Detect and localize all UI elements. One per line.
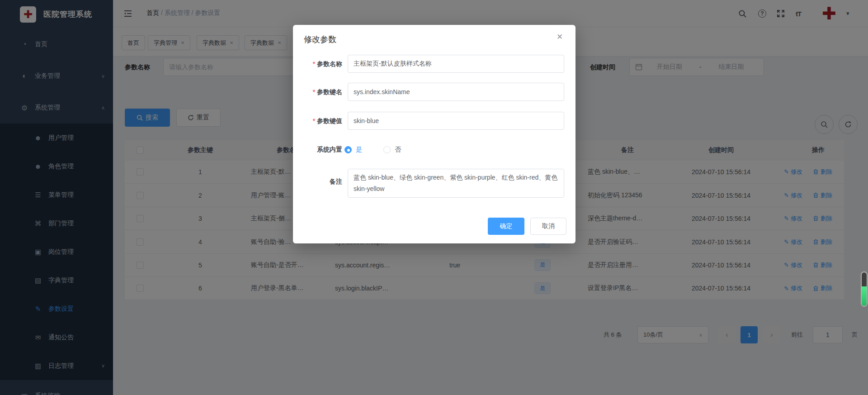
remark-textarea[interactable]: 蓝色 skin-blue、绿色 skin-green、紫色 skin-purpl… xyxy=(348,169,564,198)
modal-title: 修改参数 xyxy=(304,34,336,45)
scrollbar-progress xyxy=(862,286,867,306)
confirm-button[interactable]: 确定 xyxy=(488,218,524,235)
cancel-button[interactable]: 取消 xyxy=(530,218,566,235)
field-label-remark: 备注 xyxy=(298,172,342,190)
radio-selected-icon xyxy=(344,146,352,153)
field-label-name: 参数名称 xyxy=(298,55,342,73)
close-icon[interactable]: ✕ xyxy=(557,32,563,42)
field-label-value: 参数键值 xyxy=(298,112,342,130)
field-label-builtin: 系统内置 xyxy=(298,140,342,158)
page-scrollbar[interactable] xyxy=(861,271,868,307)
field-label-key: 参数键名 xyxy=(298,83,342,101)
builtin-radio-yes[interactable]: 是 xyxy=(344,146,362,154)
builtin-radio-no[interactable]: 否 xyxy=(383,146,401,154)
param-value-input[interactable] xyxy=(348,112,564,130)
param-name-input[interactable] xyxy=(348,55,564,73)
edit-param-modal: 修改参数 ✕ 参数名称 参数键名 参数键值 系统内置 是 否 备注 蓝色 ski… xyxy=(293,25,576,243)
app-root: ✚ 医院管理系统 ◔ 首页 ◐ 业务管理 ∨ ⚙ 系统管理 ∧ ☻ 用户管理 ☻… xyxy=(0,0,868,395)
radio-unselected-icon xyxy=(383,146,391,153)
param-key-input[interactable] xyxy=(348,83,564,101)
radio-no-label: 否 xyxy=(395,146,401,154)
radio-yes-label: 是 xyxy=(356,146,362,154)
